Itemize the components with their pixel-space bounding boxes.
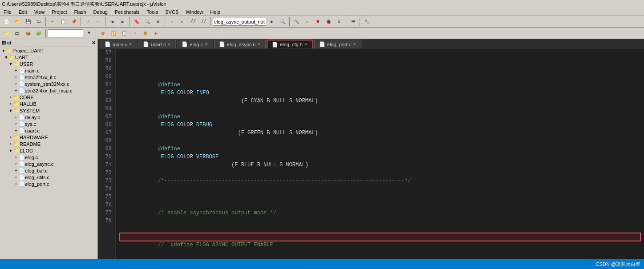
- bookmark-btn[interactable]: 🔖: [132, 17, 142, 27]
- main-c-file[interactable]: + 📄 main.c: [0, 67, 97, 74]
- cut-btn[interactable]: ✂: [48, 17, 57, 27]
- misc-btn[interactable]: 🔧: [362, 17, 372, 27]
- menu-debug[interactable]: Debug: [92, 9, 109, 15]
- sidebar-header: ⊞ ct ✕: [0, 39, 97, 47]
- elog-buf-icon: 📄: [19, 168, 25, 173]
- comment-btn[interactable]: //: [188, 17, 198, 27]
- tab-elog-cfg-h[interactable]: 📄 elog_cfg.h ✕: [267, 40, 313, 48]
- delay-c-file[interactable]: + 📄 delay.c: [0, 114, 97, 120]
- tab-elog-port-close[interactable]: ✕: [353, 42, 356, 47]
- tab-elog-c-close[interactable]: ✕: [205, 42, 208, 47]
- redo-btn[interactable]: ↪: [93, 17, 103, 27]
- build-btn[interactable]: 🔨: [292, 17, 301, 27]
- comment-60: /*--------------------------------------…: [158, 178, 411, 184]
- code-editor[interactable]: 57 58 59 60 61 62 63 64 65 66 67 68 69 7…: [98, 49, 644, 259]
- readme-label: README: [20, 141, 41, 147]
- usart-c-file[interactable]: + 📄 usart.c: [0, 127, 97, 134]
- save-all-btn[interactable]: 🗂: [34, 17, 44, 27]
- sys-c-file[interactable]: + 📄 sys.c: [0, 120, 97, 127]
- nav-back-btn[interactable]: ◀: [107, 17, 117, 27]
- save-btn[interactable]: 💾: [23, 17, 33, 27]
- tab-usart-c[interactable]: 📄 usart.c ✕: [138, 40, 176, 48]
- tab-elog-cfg-close[interactable]: ✕: [304, 42, 308, 47]
- system-folder[interactable]: ▼ 📁 SYSTEM: [0, 107, 97, 114]
- menu-window[interactable]: Window: [184, 9, 205, 15]
- hardware-icon: 📁: [13, 134, 20, 140]
- menu-svcs[interactable]: SVCS: [163, 9, 180, 15]
- elog-async-file[interactable]: + 📄 elog_async.c: [0, 161, 97, 167]
- debug-run-btn[interactable]: 🐞: [324, 17, 333, 27]
- erase-btn[interactable]: 🗑: [141, 28, 150, 38]
- copy-btn[interactable]: 📋: [58, 17, 68, 27]
- menu-help[interactable]: Help: [208, 9, 222, 15]
- open-btn[interactable]: 📂: [12, 17, 22, 27]
- menu-project[interactable]: Project: [50, 9, 69, 15]
- user-folder-label: USER: [20, 61, 33, 67]
- elog-port-file[interactable]: + 📄 elog_port.c: [0, 181, 97, 187]
- config-wizard-btn[interactable]: 🧩: [34, 28, 44, 38]
- file-dropdown[interactable]: [213, 18, 266, 26]
- project-btn[interactable]: 📁: [2, 28, 12, 38]
- pack-btn[interactable]: 📦: [23, 28, 33, 38]
- menu-peripherals[interactable]: Peripherals: [113, 9, 142, 15]
- paste-btn[interactable]: 📌: [69, 17, 79, 27]
- hal-msp-file[interactable]: + 📄 stm32f4xx_hal_msp.c: [0, 87, 97, 94]
- sidebar-close[interactable]: ✕: [92, 40, 96, 46]
- system-stm32-file[interactable]: + 📄 system_stm32f4xx.c: [0, 80, 97, 87]
- tab-bar: 📄 main.c ✕ 📄 usart.c ✕ 📄 elog.c ✕ 📄 elog…: [98, 39, 644, 49]
- search2-btn[interactable]: ⊕: [153, 17, 163, 27]
- find-btn[interactable]: 🔍: [142, 17, 152, 27]
- stop-btn[interactable]: ■: [313, 17, 323, 27]
- component-btn[interactable]: 🗃: [12, 28, 22, 38]
- view-options-btn[interactable]: ☰: [348, 17, 358, 27]
- rebuild-btn[interactable]: 🔁: [109, 28, 118, 38]
- unindent-btn[interactable]: ⇤: [178, 17, 187, 27]
- tab-usart-c-icon: 📄: [143, 41, 149, 47]
- ln-64: 64: [101, 105, 112, 113]
- tab-elog-async-close[interactable]: ✕: [257, 42, 261, 47]
- hallib-folder[interactable]: + 📁 HALLIB: [0, 100, 97, 107]
- menu-view[interactable]: View: [32, 9, 47, 15]
- elog-buf-file[interactable]: + 📄 elog_buf.c: [0, 167, 97, 174]
- core-folder[interactable]: + 📁 CORE: [0, 94, 97, 100]
- stm32-it-file[interactable]: + 📄 stm32f4xx_it.c: [0, 74, 97, 80]
- tab-elog-async-c[interactable]: 📄 elog_async.c ✕: [214, 40, 266, 48]
- indent-btn[interactable]: ⇥: [167, 17, 177, 27]
- target-dropdown-btn[interactable]: ▼: [84, 28, 94, 38]
- new-file-btn[interactable]: 📄: [2, 17, 12, 27]
- uncomment-btn[interactable]: //: [199, 17, 209, 27]
- goto-btn[interactable]: ▶: [267, 17, 277, 27]
- menu-tools[interactable]: Tools: [145, 9, 160, 15]
- nav-fwd-btn[interactable]: ▶: [118, 17, 128, 27]
- readme-folder[interactable]: + 📁 README: [0, 141, 97, 147]
- project-root[interactable]: ▼ 📁 Project: UART: [0, 47, 97, 54]
- tab-elog-c[interactable]: 📄 elog.c ✕: [177, 40, 213, 48]
- elog-folder[interactable]: ▼ 📁 ELOG: [0, 147, 97, 154]
- elog-utils-file[interactable]: + 📄 elog_utils.c: [0, 174, 97, 181]
- run-btn[interactable]: ▷: [302, 17, 312, 27]
- tab-elog-async-label: elog_async.c: [227, 42, 255, 47]
- tab-elog-port-c[interactable]: 📄 elog_port.c ✕: [314, 40, 361, 48]
- dbg-start-btn[interactable]: ▶: [151, 28, 161, 38]
- user-folder[interactable]: ▼ 📁 USER: [0, 60, 97, 67]
- search3-btn[interactable]: 🔍: [278, 17, 288, 27]
- menu-file[interactable]: File: [2, 9, 13, 15]
- tab-usart-c-close[interactable]: ✕: [167, 42, 171, 47]
- menu-edit[interactable]: Edit: [17, 9, 29, 15]
- target-select[interactable]: UART: [48, 29, 83, 37]
- uart-folder[interactable]: ▼ 📁 UART: [0, 54, 97, 60]
- settings-btn[interactable]: ⚙: [334, 17, 344, 27]
- undo-btn[interactable]: ↩: [83, 17, 93, 27]
- hardware-folder[interactable]: + 📁 HARDWARE: [0, 134, 97, 141]
- menu-flash[interactable]: Flash: [73, 9, 88, 15]
- tab-main-c-close[interactable]: ✕: [129, 42, 132, 47]
- tab-main-c[interactable]: 📄 main.c ✕: [100, 40, 137, 48]
- sys-icon: 📄: [19, 121, 25, 127]
- tab-elog-port-label: elog_port.c: [327, 42, 351, 47]
- toolbar-2: 📁 🗃 📦 🧩 UART ▼ ⚒ 🔁 📋 ⚡ 🗑 ▶: [0, 28, 644, 39]
- elog-c-file[interactable]: + 📄 elog.c: [0, 154, 97, 161]
- sys-label: sys.c: [25, 121, 36, 127]
- batch-btn[interactable]: 📋: [119, 28, 129, 38]
- build2-btn[interactable]: ⚒: [98, 28, 108, 38]
- flash2-btn[interactable]: ⚡: [130, 28, 140, 38]
